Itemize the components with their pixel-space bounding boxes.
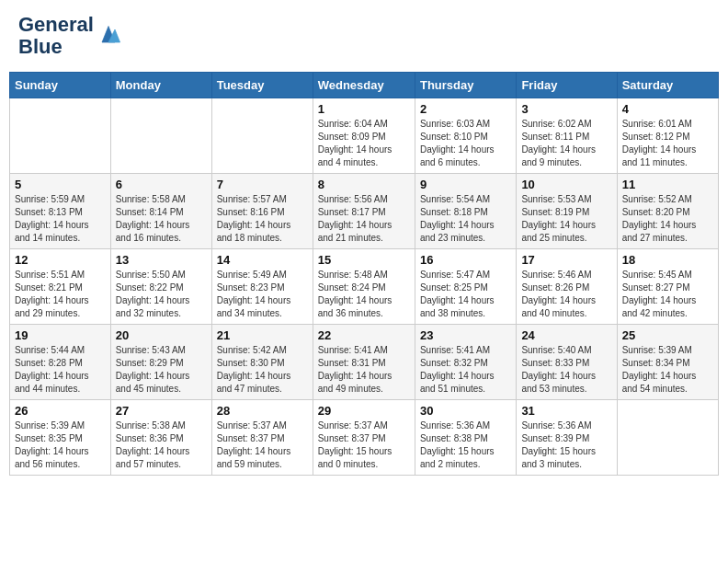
day-number: 10 bbox=[521, 178, 611, 191]
day-info: Sunrise: 5:39 AMSunset: 8:35 PMDaylight:… bbox=[15, 419, 106, 471]
col-header-sunday: Sunday bbox=[10, 73, 111, 98]
week-row-4: 19Sunrise: 5:44 AMSunset: 8:28 PMDayligh… bbox=[10, 325, 719, 400]
day-info: Sunrise: 5:48 AMSunset: 8:24 PMDaylight:… bbox=[318, 269, 410, 320]
day-cell: 12Sunrise: 5:51 AMSunset: 8:21 PMDayligh… bbox=[10, 249, 111, 325]
col-header-monday: Monday bbox=[110, 73, 211, 98]
day-number: 20 bbox=[116, 328, 207, 342]
day-info: Sunrise: 6:01 AMSunset: 8:12 PMDaylight:… bbox=[622, 118, 713, 169]
day-info: Sunrise: 5:49 AMSunset: 8:23 PMDaylight:… bbox=[217, 269, 308, 320]
day-info: Sunrise: 5:57 AMSunset: 8:16 PMDaylight:… bbox=[217, 193, 308, 245]
day-number: 4 bbox=[622, 102, 713, 116]
day-cell: 27Sunrise: 5:38 AMSunset: 8:36 PMDayligh… bbox=[110, 400, 211, 476]
day-info: Sunrise: 5:41 AMSunset: 8:32 PMDaylight:… bbox=[420, 344, 511, 396]
week-row-2: 5Sunrise: 5:59 AMSunset: 8:13 PMDaylight… bbox=[10, 174, 719, 249]
day-info: Sunrise: 5:38 AMSunset: 8:36 PMDaylight:… bbox=[116, 419, 207, 471]
day-number: 14 bbox=[217, 253, 308, 267]
day-info: Sunrise: 5:37 AMSunset: 8:37 PMDaylight:… bbox=[217, 419, 308, 471]
day-info: Sunrise: 6:03 AMSunset: 8:10 PMDaylight:… bbox=[420, 118, 511, 169]
day-number: 1 bbox=[318, 102, 410, 116]
day-info: Sunrise: 5:54 AMSunset: 8:18 PMDaylight:… bbox=[420, 193, 511, 245]
day-info: Sunrise: 5:36 AMSunset: 8:39 PMDaylight:… bbox=[521, 419, 611, 471]
day-info: Sunrise: 6:02 AMSunset: 8:11 PMDaylight:… bbox=[521, 118, 611, 169]
day-cell bbox=[110, 98, 211, 174]
day-info: Sunrise: 5:46 AMSunset: 8:26 PMDaylight:… bbox=[521, 269, 611, 320]
page-header: GeneralBlue bbox=[9, 9, 719, 63]
day-number: 9 bbox=[420, 178, 511, 191]
logo: GeneralBlue bbox=[18, 14, 121, 58]
day-info: Sunrise: 5:41 AMSunset: 8:31 PMDaylight:… bbox=[318, 344, 410, 396]
day-number: 13 bbox=[116, 253, 207, 267]
col-header-saturday: Saturday bbox=[617, 73, 718, 98]
day-number: 30 bbox=[420, 404, 511, 418]
day-cell: 8Sunrise: 5:56 AMSunset: 8:17 PMDaylight… bbox=[313, 174, 415, 249]
day-info: Sunrise: 5:53 AMSunset: 8:19 PMDaylight:… bbox=[521, 193, 611, 245]
day-cell: 30Sunrise: 5:36 AMSunset: 8:38 PMDayligh… bbox=[415, 400, 516, 476]
day-cell: 26Sunrise: 5:39 AMSunset: 8:35 PMDayligh… bbox=[10, 400, 111, 476]
day-cell: 7Sunrise: 5:57 AMSunset: 8:16 PMDaylight… bbox=[211, 174, 313, 249]
calendar-table: SundayMondayTuesdayWednesdayThursdayFrid… bbox=[9, 72, 719, 476]
day-info: Sunrise: 5:51 AMSunset: 8:21 PMDaylight:… bbox=[15, 269, 106, 320]
day-number: 28 bbox=[217, 404, 308, 418]
day-number: 6 bbox=[116, 178, 207, 191]
day-number: 2 bbox=[420, 102, 511, 116]
day-cell: 6Sunrise: 5:58 AMSunset: 8:14 PMDaylight… bbox=[110, 174, 211, 249]
day-cell: 23Sunrise: 5:41 AMSunset: 8:32 PMDayligh… bbox=[415, 325, 516, 400]
calendar-header-row: SundayMondayTuesdayWednesdayThursdayFrid… bbox=[10, 73, 719, 98]
day-number: 22 bbox=[318, 328, 410, 342]
day-info: Sunrise: 5:47 AMSunset: 8:25 PMDaylight:… bbox=[420, 269, 511, 320]
day-info: Sunrise: 5:37 AMSunset: 8:37 PMDaylight:… bbox=[318, 419, 410, 471]
day-cell: 31Sunrise: 5:36 AMSunset: 8:39 PMDayligh… bbox=[517, 400, 617, 476]
day-number: 7 bbox=[217, 178, 308, 191]
day-number: 15 bbox=[318, 253, 410, 267]
day-info: Sunrise: 5:45 AMSunset: 8:27 PMDaylight:… bbox=[622, 269, 713, 320]
day-cell: 28Sunrise: 5:37 AMSunset: 8:37 PMDayligh… bbox=[211, 400, 313, 476]
week-row-1: 1Sunrise: 6:04 AMSunset: 8:09 PMDaylight… bbox=[10, 98, 719, 174]
day-cell: 14Sunrise: 5:49 AMSunset: 8:23 PMDayligh… bbox=[211, 249, 313, 325]
day-cell: 25Sunrise: 5:39 AMSunset: 8:34 PMDayligh… bbox=[617, 325, 718, 400]
day-cell: 13Sunrise: 5:50 AMSunset: 8:22 PMDayligh… bbox=[110, 249, 211, 325]
day-number: 23 bbox=[420, 328, 511, 342]
day-cell: 11Sunrise: 5:52 AMSunset: 8:20 PMDayligh… bbox=[617, 174, 718, 249]
day-cell: 22Sunrise: 5:41 AMSunset: 8:31 PMDayligh… bbox=[313, 325, 415, 400]
day-number: 29 bbox=[318, 404, 410, 418]
day-info: Sunrise: 5:43 AMSunset: 8:29 PMDaylight:… bbox=[116, 344, 207, 396]
day-number: 17 bbox=[521, 253, 611, 267]
col-header-wednesday: Wednesday bbox=[313, 73, 415, 98]
day-cell: 21Sunrise: 5:42 AMSunset: 8:30 PMDayligh… bbox=[211, 325, 313, 400]
day-cell bbox=[10, 98, 111, 174]
col-header-tuesday: Tuesday bbox=[211, 73, 313, 98]
day-cell: 10Sunrise: 5:53 AMSunset: 8:19 PMDayligh… bbox=[517, 174, 617, 249]
day-info: Sunrise: 5:58 AMSunset: 8:14 PMDaylight:… bbox=[116, 193, 207, 245]
day-number: 5 bbox=[15, 178, 106, 191]
day-number: 19 bbox=[15, 328, 106, 342]
day-number: 21 bbox=[217, 328, 308, 342]
logo-text: GeneralBlue bbox=[18, 14, 94, 58]
week-row-3: 12Sunrise: 5:51 AMSunset: 8:21 PMDayligh… bbox=[10, 249, 719, 325]
day-cell bbox=[211, 98, 313, 174]
day-cell: 19Sunrise: 5:44 AMSunset: 8:28 PMDayligh… bbox=[10, 325, 111, 400]
logo-icon bbox=[96, 23, 121, 49]
day-cell: 4Sunrise: 6:01 AMSunset: 8:12 PMDaylight… bbox=[617, 98, 718, 174]
day-number: 27 bbox=[116, 404, 207, 418]
day-info: Sunrise: 5:40 AMSunset: 8:33 PMDaylight:… bbox=[521, 344, 611, 396]
day-number: 16 bbox=[420, 253, 511, 267]
day-number: 12 bbox=[15, 253, 106, 267]
day-number: 31 bbox=[521, 404, 611, 418]
day-number: 8 bbox=[318, 178, 410, 191]
day-number: 18 bbox=[622, 253, 713, 267]
day-cell: 2Sunrise: 6:03 AMSunset: 8:10 PMDaylight… bbox=[415, 98, 516, 174]
day-info: Sunrise: 5:42 AMSunset: 8:30 PMDaylight:… bbox=[217, 344, 308, 396]
day-cell bbox=[617, 400, 718, 476]
day-info: Sunrise: 5:44 AMSunset: 8:28 PMDaylight:… bbox=[15, 344, 106, 396]
day-cell: 5Sunrise: 5:59 AMSunset: 8:13 PMDaylight… bbox=[10, 174, 111, 249]
day-info: Sunrise: 5:52 AMSunset: 8:20 PMDaylight:… bbox=[622, 193, 713, 245]
week-row-5: 26Sunrise: 5:39 AMSunset: 8:35 PMDayligh… bbox=[10, 400, 719, 476]
day-info: Sunrise: 5:39 AMSunset: 8:34 PMDaylight:… bbox=[622, 344, 713, 396]
day-cell: 9Sunrise: 5:54 AMSunset: 8:18 PMDaylight… bbox=[415, 174, 516, 249]
day-info: Sunrise: 6:04 AMSunset: 8:09 PMDaylight:… bbox=[318, 118, 410, 169]
day-number: 11 bbox=[622, 178, 713, 191]
day-number: 24 bbox=[521, 328, 611, 342]
col-header-thursday: Thursday bbox=[415, 73, 516, 98]
day-number: 3 bbox=[521, 102, 611, 116]
day-cell: 29Sunrise: 5:37 AMSunset: 8:37 PMDayligh… bbox=[313, 400, 415, 476]
